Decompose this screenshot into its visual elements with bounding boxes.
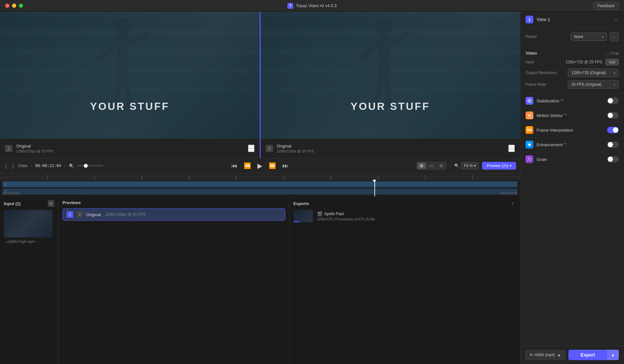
- zoom-slider[interactable]: [77, 165, 103, 166]
- timeline-ruler: [0, 174, 520, 180]
- main-layout: YOUR STUFF: [0, 12, 624, 364]
- input-panel-title: Input (1) +: [4, 200, 54, 207]
- input-row: Input 1280×720 @ 25 FPS Edit: [526, 59, 619, 65]
- video-pane-2: YOUR STUFF: [260, 12, 520, 138]
- bracket-out[interactable]: ]: [11, 162, 15, 169]
- bracket-in[interactable]: [: [4, 162, 8, 169]
- output-resolution-select[interactable]: 1280×720 (Original) ▾: [568, 69, 619, 77]
- thumbnail-image: [4, 210, 53, 238]
- preset-label: Preset: [526, 34, 568, 39]
- file-more-button[interactable]: ···: [36, 240, 39, 243]
- minimize-button[interactable]: [12, 4, 16, 8]
- export-info: 🎬 Apollo Fast 1280x720 | Processing 1m27…: [317, 211, 516, 221]
- effects-list: Stabilization AI Motion Deblur AI: [520, 94, 624, 167]
- video-label-details-2: 1280x720px @ 25 FPS: [277, 149, 505, 153]
- timeline-tracks: 1 2: [0, 180, 520, 196]
- motion-deblur-toggle[interactable]: [607, 112, 619, 119]
- frame-rate-select[interactable]: 25 FPS (Original) ▾: [568, 80, 619, 89]
- maximize-button[interactable]: [19, 4, 23, 8]
- previews-panel-title-text: Previews: [62, 200, 81, 205]
- crop-label: Crop: [610, 51, 619, 56]
- view-badge: 1: [526, 16, 533, 23]
- stabilization-icon: [526, 97, 533, 105]
- motion-deblur-row: Motion Deblur AI: [520, 108, 624, 123]
- svg-point-60: [530, 160, 531, 161]
- timeline[interactable]: 1 2 00:00:00:00 00:00:29:24: [0, 174, 520, 196]
- export-name: 🎬 Apollo Fast: [317, 211, 516, 216]
- video-label-menu-1[interactable]: ⋯: [248, 145, 254, 152]
- grain-row: Grain: [520, 152, 624, 167]
- play-button[interactable]: ▶: [255, 161, 265, 171]
- export-resolution: 1280x720: [317, 217, 332, 221]
- preview-item[interactable]: 1 2 Original 1280x720px @ 25 FPS: [62, 208, 285, 221]
- add-input-button[interactable]: +: [48, 200, 54, 207]
- video-label-1: 1 Original 1280x720px @ 25 FPS ⋯: [0, 138, 260, 158]
- stabilization-toggle[interactable]: [607, 98, 619, 104]
- previews-panel: Previews 1 2 Original 1280x720px @ 25 FP…: [58, 196, 290, 364]
- grain-icon: [526, 155, 533, 163]
- preview-button[interactable]: Preview (2s) ▾: [482, 162, 516, 170]
- crop-button[interactable]: ⬚ Crop: [605, 51, 619, 56]
- video-label-name-2: Original: [277, 144, 505, 149]
- input-file-thumbnail: [4, 210, 53, 238]
- frame-interpolation-row: Frame Interpolation: [520, 123, 624, 137]
- view-mode-side-by-side[interactable]: ⊞: [417, 162, 426, 169]
- content-area: YOUR STUFF: [0, 12, 520, 364]
- svg-rect-50: [528, 114, 530, 115]
- preset-more-button[interactable]: ···: [610, 32, 619, 41]
- edit-button[interactable]: Edit: [605, 59, 619, 65]
- window-controls[interactable]: [5, 4, 23, 8]
- svg-rect-49: [528, 115, 531, 116]
- sidebar-header: 1 View 1 ↔: [520, 12, 624, 28]
- close-button[interactable]: [5, 4, 9, 8]
- skip-to-end-button[interactable]: ⏭: [280, 161, 291, 171]
- view-number-1: 1: [5, 145, 12, 152]
- timeline-end-time: 00:00:29:24: [500, 192, 517, 195]
- input-panel-title-text: Input (1): [4, 201, 20, 206]
- preset-section: Preset None ▾ ···: [520, 28, 624, 46]
- exports-expand-button[interactable]: ↑: [510, 200, 516, 207]
- step-forward-button[interactable]: ⏩: [266, 161, 279, 171]
- stabilization-ai-badge: AI: [561, 98, 564, 101]
- preset-value: None: [574, 34, 583, 39]
- motion-deblur-ai-badge: AI: [564, 113, 567, 116]
- grain-toggle[interactable]: [607, 156, 619, 162]
- separator-dot-3: •: [450, 164, 451, 168]
- input-field-value: 1280×720 @ 25 FPS: [566, 60, 602, 64]
- zoom-slider-thumb: [84, 164, 88, 168]
- format-icon: H: [530, 353, 533, 357]
- export-arrow-button[interactable]: ▲: [607, 350, 619, 360]
- zoom-select[interactable]: Fit % ▾: [461, 162, 479, 169]
- export-thumbnail: [293, 210, 313, 222]
- svg-point-58: [530, 159, 531, 160]
- export-button[interactable]: Export: [568, 350, 607, 360]
- svg-point-48: [529, 100, 530, 101]
- skip-to-start-button[interactable]: ⏮: [229, 161, 240, 171]
- enhancement-toggle[interactable]: [607, 141, 619, 148]
- enhancement-ai-badge: AI: [564, 142, 567, 145]
- format-button[interactable]: H H264 (mp4) ▲: [526, 350, 565, 359]
- search-icon[interactable]: 🔍: [69, 163, 74, 168]
- view-mode-buttons: ⊞ ▭ ⊡: [416, 162, 447, 170]
- clear-button[interactable]: Clear: [18, 163, 28, 168]
- view-number-2: 2: [266, 145, 273, 152]
- format-arrow-icon: ▲: [557, 353, 561, 357]
- video-label-menu-2[interactable]: ⋯: [508, 145, 515, 152]
- view-mode-single[interactable]: ▭: [427, 162, 436, 169]
- view-mode-split[interactable]: ⊡: [437, 162, 446, 169]
- zoom-control: 🔍 Fit % ▾: [454, 162, 479, 169]
- feedback-button[interactable]: Feedback: [593, 2, 619, 10]
- sidebar-expand-button[interactable]: ↔: [614, 17, 619, 22]
- export-meta: 1280x720 | Processing 1m27s (6.0fp: [317, 217, 516, 221]
- step-back-button[interactable]: ⏪: [241, 161, 254, 171]
- exports-panel-title-text: Exports: [293, 201, 309, 206]
- svg-point-56: [528, 158, 529, 159]
- input-file-name-text: ...vQdAU-high.mp4: [4, 240, 34, 243]
- frame-interpolation-toggle[interactable]: [607, 127, 619, 133]
- frame-interpolation-label: Frame Interpolation: [537, 128, 607, 133]
- preset-select[interactable]: None ▾: [570, 32, 607, 41]
- export-bar: H H264 (mp4) ▲ Export ▲: [520, 345, 624, 364]
- video-label-details-1: 1280x720px @ 25 FPS: [16, 149, 244, 153]
- motion-deblur-label: Motion Deblur AI: [537, 113, 607, 118]
- video-section: Video ⬚ Crop Input 1280×720 @ 25 FPS Edi…: [520, 46, 624, 94]
